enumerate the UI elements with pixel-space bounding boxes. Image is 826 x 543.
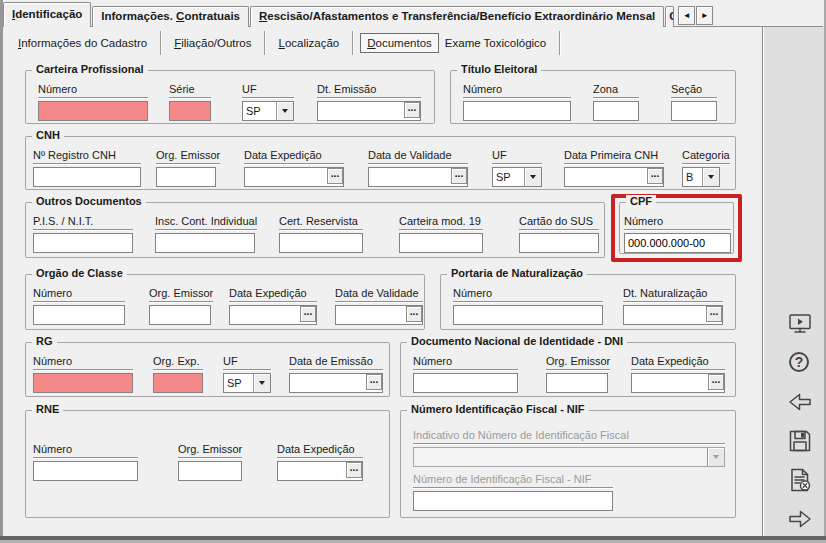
field-cnh-org-emissor: Org. Emissor — [156, 149, 216, 187]
rne-numero-input[interactable] — [33, 461, 138, 481]
tab-identificacao[interactable]: Identificação — [3, 2, 91, 27]
carteira-numero-input[interactable] — [38, 101, 148, 121]
field-label: Data Expedição — [631, 355, 725, 370]
group-cnh: CNH Nº Registro CNH Org. Emissor Data Ex… — [25, 136, 736, 190]
navigate-previous-button[interactable] — [786, 388, 814, 416]
chevron-down-icon[interactable] — [276, 102, 293, 120]
delete-record-button[interactable] — [786, 466, 814, 494]
field-label: Data de Validade — [335, 287, 423, 302]
orgao-numero-input[interactable] — [33, 305, 125, 325]
titulo-secao-input[interactable] — [671, 101, 717, 121]
field-rne-numero: Número — [33, 443, 138, 481]
tab-informacoes-contratuais[interactable]: Informações. Contratuais — [92, 6, 249, 27]
field-carteira-numero: Número — [38, 83, 148, 121]
rg-org-exp-input[interactable] — [153, 373, 203, 393]
portaria-dt-naturalizacao-picker-button[interactable]: ... — [706, 306, 722, 322]
combo-value: SP — [224, 374, 253, 392]
group-cpf: CPF Número — [619, 202, 734, 254]
cnh-data-primeira-picker-button[interactable]: ... — [647, 168, 663, 184]
field-label: Indicativo do Número de Identificação Fi… — [413, 429, 725, 444]
orgao-data-validade-picker-button[interactable]: ... — [406, 306, 422, 322]
field-label: Categoria — [682, 149, 730, 164]
field-label: Data de Emissão — [289, 355, 383, 370]
field-carteira-serie: Série — [169, 83, 211, 121]
cnh-data-expedicao-picker-button[interactable]: ... — [327, 168, 343, 184]
field-label: Cartão do SUS — [519, 215, 599, 230]
sub-tab-bar: Informações do Cadastro Filiação/Outros … — [3, 27, 762, 58]
cnh-uf-select[interactable]: SP — [492, 167, 542, 187]
rg-uf-select[interactable]: SP — [223, 373, 271, 393]
tab-scroll-left-button[interactable]: ◄ — [678, 6, 695, 25]
rg-numero-input[interactable] — [33, 373, 133, 393]
orgao-data-expedicao-picker-button[interactable]: ... — [300, 306, 316, 322]
field-carteira-uf: UF SP — [242, 83, 294, 121]
cnh-categoria-select[interactable]: B — [682, 167, 720, 187]
chevron-down-icon[interactable] — [524, 168, 541, 186]
field-orgao-data-validade: Data de Validade ... — [335, 287, 423, 325]
subtab-informacoes-do-cadastro[interactable]: Informações do Cadastro — [12, 34, 153, 52]
outros-pis-input[interactable] — [33, 233, 133, 253]
tab-scroll-right-button[interactable]: ► — [696, 6, 713, 25]
cnh-org-emissor-input[interactable] — [156, 167, 216, 187]
field-label: Cert. Reservista — [279, 215, 363, 230]
field-cnh-uf: UF SP — [492, 149, 542, 187]
arrow-right-small-icon: ► — [701, 11, 709, 20]
orgao-org-emissor-input[interactable] — [149, 305, 211, 325]
navigate-next-button[interactable] — [786, 505, 814, 533]
field-cpf-numero: Número — [624, 215, 731, 253]
field-titulo-secao: Seção — [671, 83, 717, 121]
tab-clipped[interactable]: C — [665, 6, 674, 27]
subtab-filiacao-outros[interactable]: Filiação/Outros — [168, 34, 257, 52]
titulo-zona-input[interactable] — [593, 101, 639, 121]
field-nif-indicativo: Indicativo do Número de Identificação Fi… — [413, 429, 725, 467]
screen-preview-button[interactable] — [786, 310, 814, 338]
titulo-numero-input[interactable] — [463, 101, 571, 121]
dni-data-expedicao-picker-button[interactable]: ... — [708, 374, 724, 390]
group-title: RG — [32, 335, 57, 347]
rg-data-emissao-picker-button[interactable]: ... — [366, 374, 382, 390]
portaria-numero-input[interactable] — [453, 305, 603, 325]
combo-value: SP — [493, 168, 524, 186]
field-label: Org. Exp. — [153, 355, 203, 370]
field-cnh-registro: Nº Registro CNH — [33, 149, 141, 187]
help-glyph: ? — [795, 354, 804, 370]
cpf-numero-input[interactable] — [624, 233, 731, 253]
field-label: Carteira mod. 19 — [399, 215, 483, 230]
combo-value — [414, 448, 707, 466]
cnh-data-validade-picker-button[interactable]: ... — [451, 168, 467, 184]
outros-sus-input[interactable] — [519, 233, 599, 253]
rne-data-expedicao-picker-button[interactable]: ... — [346, 462, 362, 478]
field-label: Número — [33, 443, 138, 458]
subtab-label-accel: D — [367, 37, 375, 49]
group-carteira-profissional: Carteira Profissional Número Série UF SP… — [25, 70, 435, 124]
combo-value: SP — [243, 102, 276, 120]
subtab-exame-toxicologico[interactable]: Exame Toxicológico — [439, 34, 552, 52]
chevron-down-icon[interactable] — [253, 374, 270, 392]
dni-org-emissor-input[interactable] — [546, 373, 608, 393]
chevron-down-icon[interactable] — [702, 168, 719, 186]
help-button[interactable]: ? — [786, 349, 814, 377]
outros-insc-input[interactable] — [155, 233, 255, 253]
carteira-uf-select[interactable]: SP — [242, 101, 294, 121]
outros-carteira19-input[interactable] — [399, 233, 483, 253]
carteira-serie-input[interactable] — [169, 101, 211, 121]
outros-cert-input[interactable] — [279, 233, 363, 253]
carteira-dt-emissao-picker-button[interactable]: ... — [404, 102, 420, 118]
nif-numero-input[interactable] — [413, 491, 613, 511]
field-label: Data Primeira CNH — [564, 149, 664, 164]
subtab-localizacao[interactable]: Localização — [272, 34, 345, 52]
group-outros-documentos: Outros Documentos P.I.S. / N.I.T. Insc. … — [25, 202, 605, 258]
field-titulo-numero: Número — [463, 83, 571, 121]
cnh-registro-input[interactable] — [33, 167, 141, 187]
arrow-left-icon — [786, 388, 814, 416]
field-portaria-dt-naturalizacao: Dt. Naturalização ... — [623, 287, 723, 325]
field-dni-data-expedicao: Data Expedição ... — [631, 355, 725, 393]
subtab-documentos[interactable]: Documentos — [360, 33, 439, 53]
save-icon — [786, 427, 814, 455]
rne-org-emissor-input[interactable] — [178, 461, 242, 481]
dni-numero-input[interactable] — [413, 373, 518, 393]
screen-preview-icon — [786, 310, 814, 338]
field-label: Org. Emissor — [149, 287, 213, 302]
save-button[interactable] — [786, 427, 814, 455]
tab-rescisao-afastamentos[interactable]: Rescisão/Afastamentos e Transferência/Be… — [250, 6, 664, 27]
